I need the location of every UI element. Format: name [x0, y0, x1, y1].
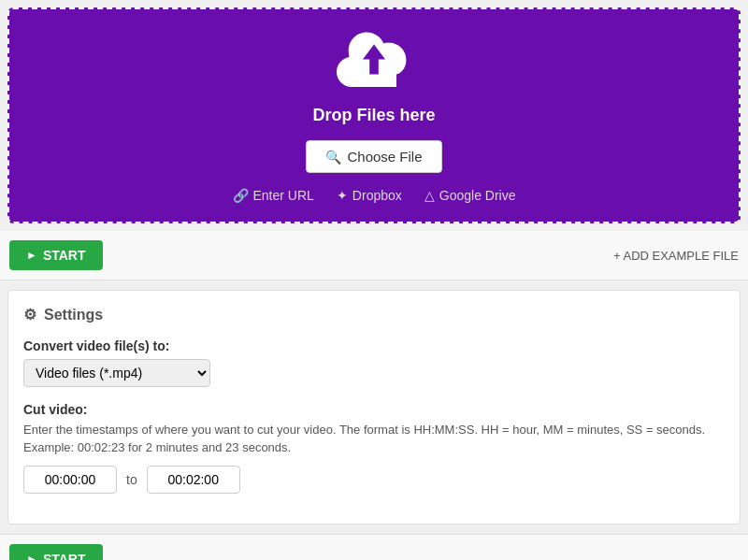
top-toolbar: ► START + ADD EXAMPLE FILE — [0, 231, 748, 280]
upload-cloud-icon — [337, 28, 411, 96]
to-label: to — [126, 472, 137, 487]
cut-video-label: Cut video: — [23, 402, 725, 417]
convert-label: Convert video file(s) to: — [23, 338, 725, 353]
google-drive-link[interactable]: △ Google Drive — [424, 188, 516, 203]
add-example-link[interactable]: + ADD EXAMPLE FILE — [613, 249, 739, 263]
cut-description: Enter the timestamps of where you want t… — [23, 423, 725, 437]
time-range-row: to — [23, 466, 725, 494]
choose-file-label: Choose File — [347, 149, 422, 165]
drop-zone[interactable]: Drop Files here 🔍 Choose File 🔗 Enter UR… — [7, 7, 741, 223]
settings-panel: ⚙ Settings Convert video file(s) to: Vid… — [7, 290, 741, 524]
enter-url-link[interactable]: 🔗 Enter URL — [233, 188, 314, 203]
google-drive-label: Google Drive — [439, 188, 516, 203]
extra-links-row: 🔗 Enter URL ✦ Dropbox △ Google Drive — [233, 188, 516, 203]
chevron-right-icon: ► — [26, 249, 37, 262]
start-label-bottom: START — [43, 552, 86, 560]
google-drive-icon: △ — [424, 188, 435, 203]
enter-url-label: Enter URL — [253, 188, 314, 203]
time-to-input[interactable] — [147, 466, 240, 494]
bottom-toolbar: ► START — [0, 534, 748, 560]
link-icon: 🔗 — [233, 188, 249, 203]
settings-title: ⚙ Settings — [23, 306, 725, 323]
cut-video-group: Cut video: Enter the timestamps of where… — [23, 402, 725, 494]
format-select[interactable]: Video files (*.mp4) Video files (*.avi) … — [23, 359, 210, 387]
start-button-bottom[interactable]: ► START — [9, 544, 103, 560]
choose-file-button[interactable]: 🔍 Choose File — [306, 140, 441, 173]
settings-title-text: Settings — [44, 307, 103, 323]
cut-example: Example: 00:02:23 for 2 minutes and 23 s… — [23, 440, 725, 454]
dropbox-link[interactable]: ✦ Dropbox — [337, 188, 402, 203]
start-button-top[interactable]: ► START — [9, 240, 103, 270]
convert-format-group: Convert video file(s) to: Video files (*… — [23, 338, 725, 387]
start-label-top: START — [43, 248, 86, 263]
dropbox-label: Dropbox — [352, 188, 402, 203]
search-icon: 🔍 — [325, 150, 341, 165]
gear-icon: ⚙ — [23, 306, 36, 323]
drop-files-text: Drop Files here — [312, 106, 435, 125]
time-from-input[interactable] — [23, 466, 117, 494]
chevron-right-icon-bottom: ► — [26, 553, 37, 560]
dropbox-icon: ✦ — [337, 188, 348, 203]
